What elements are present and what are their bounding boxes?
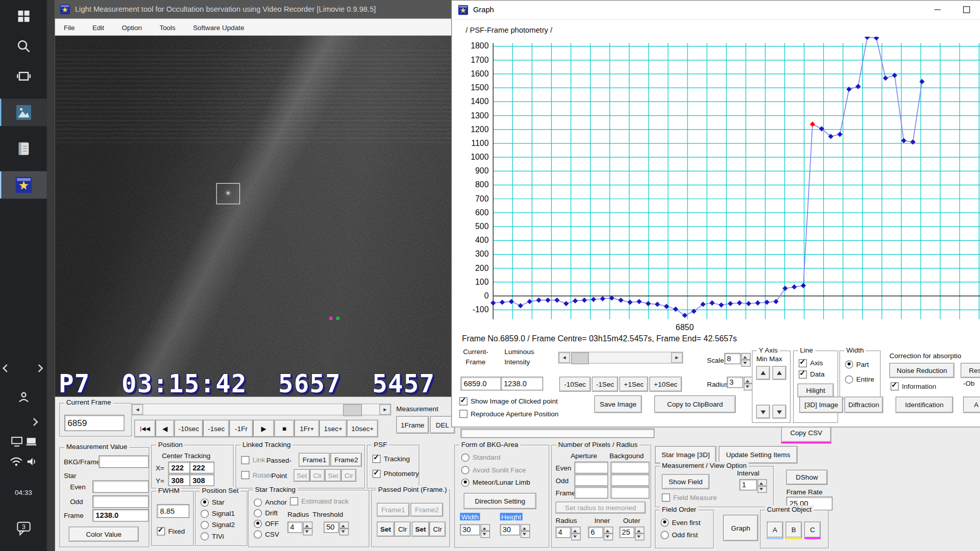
pp-clr2-button[interactable]: Clr	[429, 521, 446, 536]
field-measure-checkbox[interactable]: Field Measure	[662, 493, 717, 502]
plus-1sec-button[interactable]: 1sec+	[320, 420, 347, 437]
aperture-even-input[interactable]	[574, 462, 608, 473]
background-odd-input[interactable]	[610, 474, 649, 486]
spin-down-icon[interactable]	[635, 534, 644, 540]
spin-up-icon[interactable]	[571, 527, 580, 533]
play-button[interactable]: ▶	[253, 420, 275, 437]
spin-up-icon[interactable]	[604, 527, 613, 533]
px-outer-spinner[interactable]: 25	[619, 527, 644, 540]
link-checkbox[interactable]: Link	[241, 456, 265, 464]
a-clipped-button[interactable]: A	[963, 397, 980, 413]
radio-tivi[interactable]: TIVi	[201, 532, 224, 540]
dshow-button[interactable]: DShow	[786, 470, 827, 485]
spin-down-icon[interactable]	[741, 360, 750, 366]
graph-current-frame-input[interactable]: 6859.0	[460, 377, 503, 390]
spin-up-icon[interactable]	[339, 521, 349, 528]
px-inner-spinner[interactable]: 6	[588, 527, 613, 540]
aperture-frame-input[interactable]	[574, 487, 608, 498]
lt-set2-button[interactable]: Set	[325, 469, 341, 482]
radio-standard[interactable]: Standard	[461, 453, 501, 462]
maximize-icon[interactable]	[955, 1, 977, 19]
radio-entire[interactable]: Entire	[845, 375, 874, 384]
radio-anchor[interactable]: Anchor	[254, 498, 287, 507]
minus-1sec-graph-button[interactable]: -1Sec	[592, 377, 618, 391]
stop-button[interactable]: ■	[275, 420, 295, 437]
px-radius-spinner[interactable]: 4	[556, 527, 581, 540]
update-setting-items-button[interactable]: Update Setting Items	[719, 446, 797, 463]
scroll-left-icon[interactable]: ◄	[559, 353, 570, 363]
graph-scrollbar[interactable]: ◄ ►	[558, 352, 683, 363]
taskbar-clock[interactable]: 04:33	[0, 489, 47, 496]
pp-set2-button[interactable]: Set	[412, 521, 429, 536]
aperture-odd-input[interactable]	[574, 474, 608, 486]
minimize-icon[interactable]	[927, 1, 948, 19]
radio-odd-first[interactable]: Odd first	[660, 531, 698, 539]
minus-10sec-button[interactable]: -10sec	[175, 420, 203, 437]
task-view-button[interactable]	[0, 62, 47, 90]
graph-radius-spinner[interactable]: 3	[727, 377, 753, 390]
interval-spinner[interactable]: 1	[740, 479, 767, 493]
spin-down-icon[interactable]	[339, 529, 349, 535]
show-field-button[interactable]: Show Field	[662, 474, 709, 489]
chevron-right-icon[interactable]	[36, 365, 42, 372]
pp-frame2-button[interactable]: Frame2	[410, 503, 443, 517]
psf-tracking-checkbox[interactable]: Tracking	[373, 454, 410, 463]
start-button[interactable]	[0, 3, 47, 30]
notes-app-button[interactable]	[0, 135, 47, 162]
save-image-button[interactable]: Save Image	[594, 395, 642, 413]
menu-option[interactable]: Option	[113, 19, 151, 36]
frame-scrollbar[interactable]: ◄ ►	[131, 404, 391, 415]
spin-up-icon[interactable]	[481, 524, 490, 531]
photometry-chart[interactable]: 1800170016001500140013001200110010009008…	[462, 37, 980, 333]
object-b-button[interactable]: B	[786, 521, 802, 539]
radio-signal2[interactable]: Signal2	[201, 520, 235, 529]
spin-up-icon[interactable]	[741, 353, 750, 360]
minus-1frame-button[interactable]: -1Fr	[229, 420, 253, 437]
display-devices-button[interactable]	[0, 432, 47, 451]
chevron-left-icon[interactable]	[4, 365, 9, 372]
lt-set1-button[interactable]: Set	[294, 469, 310, 482]
information-checkbox[interactable]: Information	[891, 382, 936, 390]
radio-star[interactable]: Star	[201, 498, 225, 507]
noise-reduction-button[interactable]: Noise Reduction	[889, 363, 954, 378]
ymax-down-icon[interactable]	[772, 405, 786, 418]
spin-down-icon[interactable]	[521, 531, 530, 538]
ymin-down-icon[interactable]	[756, 405, 770, 418]
show-image-clicked-checkbox[interactable]: Show Image of Clicked point	[459, 397, 558, 406]
pp-clr1-button[interactable]: Clr	[395, 521, 411, 536]
menu-software-update[interactable]: Software Update	[184, 19, 253, 36]
pp-set1-button[interactable]: Set	[377, 521, 394, 536]
graph-button[interactable]: Graph	[723, 515, 758, 541]
lt-frame1-button[interactable]: Frame1	[299, 453, 330, 467]
radio-signal1[interactable]: Signal1	[201, 509, 235, 518]
object-a-button[interactable]: A	[767, 521, 783, 539]
scroll-left-icon[interactable]: ◄	[132, 404, 143, 415]
y2-value[interactable]: 308	[189, 474, 214, 486]
threshold-spinner[interactable]: 50	[324, 521, 349, 535]
bkg-height-spinner[interactable]: 30	[500, 524, 530, 538]
radio-part[interactable]: Part	[845, 360, 869, 368]
identification-button[interactable]: Identification	[896, 397, 953, 413]
star-odd-input[interactable]	[92, 495, 149, 508]
spin-up-icon[interactable]	[635, 527, 644, 533]
data-checkbox[interactable]: Data	[799, 370, 825, 379]
diffraction-button[interactable]: Diffraction	[844, 397, 883, 413]
spin-up-icon[interactable]	[521, 524, 530, 531]
scroll-right-icon[interactable]: ►	[671, 353, 682, 363]
aperture-tracking-box[interactable]	[216, 183, 240, 205]
background-even-input[interactable]	[610, 462, 649, 473]
plus-1frame-button[interactable]: 1Fr+	[295, 420, 320, 437]
estimated-track-checkbox[interactable]: Estimated track	[290, 496, 349, 505]
graph-titlebar[interactable]: Graph	[452, 1, 980, 20]
spin-down-icon[interactable]	[604, 534, 613, 540]
lt-frame2-button[interactable]: Frame2	[331, 453, 362, 467]
plus-1sec-graph-button[interactable]: +1Sec	[619, 377, 648, 391]
menu-edit[interactable]: Edit	[84, 19, 113, 36]
axis-checkbox[interactable]: Axis	[799, 359, 823, 367]
object-c-button[interactable]: C	[804, 521, 821, 539]
lt-clr1-button[interactable]: Clr	[310, 469, 325, 482]
notifications-button[interactable]: 3	[0, 517, 47, 540]
network-volume-tray[interactable]	[0, 453, 47, 471]
fwhm-value[interactable]: 8.85	[157, 504, 189, 518]
ymin-up-icon[interactable]	[756, 366, 770, 380]
